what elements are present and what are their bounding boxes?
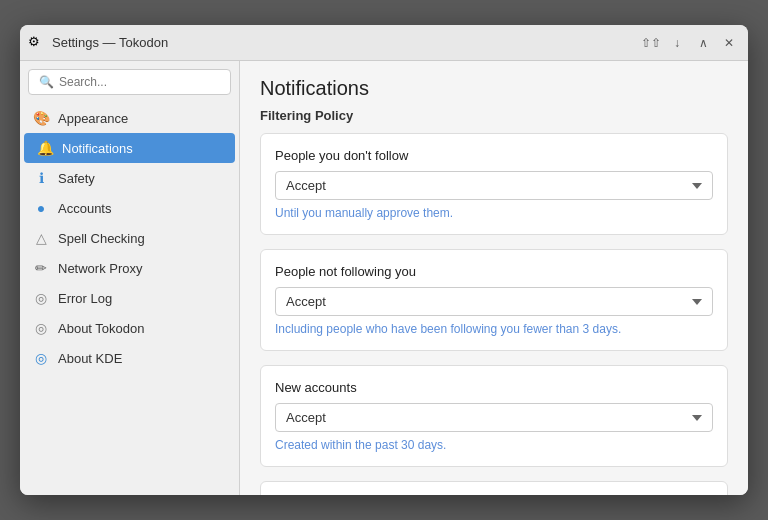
sidebar-label-safety: Safety — [58, 171, 95, 186]
window-title: Settings — Tokodon — [52, 35, 640, 50]
filter-hint-new-accounts: Created within the past 30 days. — [275, 438, 713, 452]
filter-card-people-dont-follow: People you don't follow Accept Filter Ig… — [260, 133, 728, 235]
filter-select-people-not-following[interactable]: Accept Filter Ignore — [275, 287, 713, 316]
minimize-button[interactable]: ↓ — [666, 32, 688, 54]
filter-label-new-accounts: New accounts — [275, 380, 713, 395]
filter-card-people-not-following: People not following you Accept Filter I… — [260, 249, 728, 351]
app-icon: ⚙ — [28, 34, 46, 52]
filter-label-people-not-following: People not following you — [275, 264, 713, 279]
sidebar-label-error-log: Error Log — [58, 291, 112, 306]
sidebar-label-spell-checking: Spell Checking — [58, 231, 145, 246]
sidebar-label-about-kde: About KDE — [58, 351, 122, 366]
sidebar-item-notifications[interactable]: 🔔 Notifications — [24, 133, 235, 163]
safety-icon: ℹ — [32, 170, 50, 186]
sidebar-item-network-proxy[interactable]: ✏ Network Proxy — [20, 253, 239, 283]
content-area: 🔍 🎨 Appearance 🔔 Notifications ℹ Safety … — [20, 61, 748, 495]
titlebar: ⚙ Settings — Tokodon ⇧⇧ ↓ ∧ ✕ — [20, 25, 748, 61]
main-content: Notifications Filtering Policy People yo… — [240, 61, 748, 495]
filter-label-people-dont-follow: People you don't follow — [275, 148, 713, 163]
spell-checking-icon: △ — [32, 230, 50, 246]
sidebar-label-appearance: Appearance — [58, 111, 128, 126]
sidebar-item-accounts[interactable]: ● Accounts — [20, 193, 239, 223]
sidebar-label-notifications: Notifications — [62, 141, 133, 156]
search-icon: 🔍 — [39, 75, 54, 89]
page-title: Notifications — [240, 61, 748, 108]
keep-above-button[interactable]: ⇧⇧ — [640, 32, 662, 54]
sidebar-item-appearance[interactable]: 🎨 Appearance — [20, 103, 239, 133]
section-title: Filtering Policy — [260, 108, 728, 123]
main-scroll-area: Filtering Policy People you don't follow… — [240, 108, 748, 495]
window-controls: ⇧⇧ ↓ ∧ ✕ — [640, 32, 740, 54]
network-proxy-icon: ✏ — [32, 260, 50, 276]
sidebar-item-about-tokodon[interactable]: ◎ About Tokodon — [20, 313, 239, 343]
sidebar: 🔍 🎨 Appearance 🔔 Notifications ℹ Safety … — [20, 61, 240, 495]
filter-hint-people-dont-follow: Until you manually approve them. — [275, 206, 713, 220]
notifications-icon: 🔔 — [36, 140, 54, 156]
close-button[interactable]: ✕ — [718, 32, 740, 54]
filter-select-people-dont-follow[interactable]: Accept Filter Ignore — [275, 171, 713, 200]
appearance-icon: 🎨 — [32, 110, 50, 126]
search-box: 🔍 — [28, 69, 231, 95]
error-log-icon: ◎ — [32, 290, 50, 306]
filter-select-new-accounts[interactable]: Accept Filter Ignore — [275, 403, 713, 432]
about-kde-icon: ◎ — [32, 350, 50, 366]
sidebar-label-network-proxy: Network Proxy — [58, 261, 143, 276]
maximize-button[interactable]: ∧ — [692, 32, 714, 54]
search-input[interactable] — [59, 75, 220, 89]
filter-hint-people-not-following: Including people who have been following… — [275, 322, 713, 336]
sidebar-item-error-log[interactable]: ◎ Error Log — [20, 283, 239, 313]
filter-card-unsolicited-conversations: Unsolicited conversations Accept Filter … — [260, 481, 728, 495]
about-tokodon-icon: ◎ — [32, 320, 50, 336]
sidebar-item-about-kde[interactable]: ◎ About KDE — [20, 343, 239, 373]
sidebar-label-about-tokodon: About Tokodon — [58, 321, 145, 336]
sidebar-item-safety[interactable]: ℹ Safety — [20, 163, 239, 193]
sidebar-item-spell-checking[interactable]: △ Spell Checking — [20, 223, 239, 253]
sidebar-label-accounts: Accounts — [58, 201, 111, 216]
main-window: ⚙ Settings — Tokodon ⇧⇧ ↓ ∧ ✕ 🔍 🎨 Appear… — [20, 25, 748, 495]
accounts-icon: ● — [32, 200, 50, 216]
filter-card-new-accounts: New accounts Accept Filter Ignore Create… — [260, 365, 728, 467]
